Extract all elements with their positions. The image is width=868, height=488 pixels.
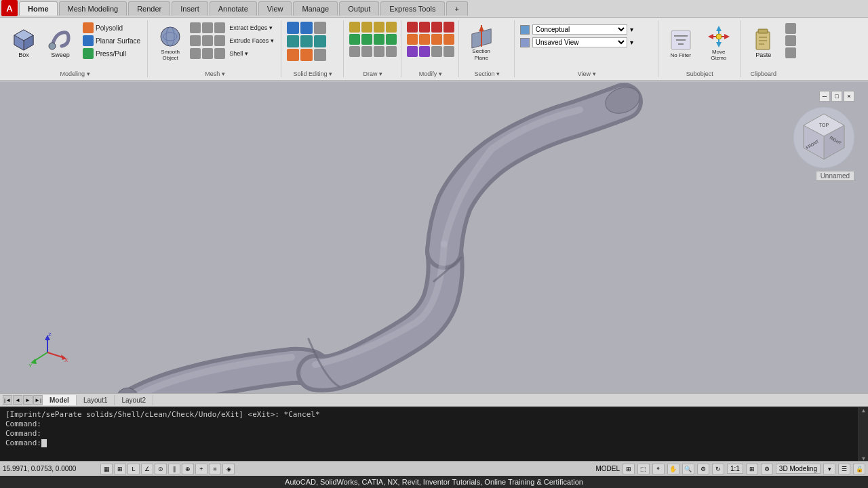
cmd-line-3: Command:: [5, 429, 863, 438]
draw-icon-9: [349, 46, 360, 57]
paste-button[interactable]: Paste: [746, 22, 781, 64]
press-pull-label: Press/Pull: [96, 50, 126, 58]
mesh-icon-3: [214, 22, 225, 33]
tab-model[interactable]: Model: [43, 395, 77, 405]
status-icon-snap[interactable]: ⊞: [114, 464, 126, 474]
svg-point-4: [49, 43, 56, 49]
cmd-cursor: [41, 439, 47, 447]
zoom-icon[interactable]: 🔍: [682, 464, 694, 474]
cmd-input-line: Command:: [5, 439, 863, 447]
tab-nav-next[interactable]: ►: [23, 395, 33, 405]
mesh-icon-7: [190, 48, 201, 59]
tab-add[interactable]: +: [446, 1, 468, 16]
mesh-icon-9: [214, 48, 225, 59]
status-icon-dyn[interactable]: +: [195, 464, 208, 474]
modify-icon-4: [443, 22, 454, 33]
settings-icon[interactable]: ⚙: [761, 464, 773, 474]
viewport-close-button[interactable]: ×: [844, 91, 854, 102]
draw-icon-1: [349, 22, 360, 33]
shell-button[interactable]: Shell ▾: [226, 47, 251, 60]
saved-view-row: Unsaved View ▾: [520, 37, 633, 47]
tab-home[interactable]: Home: [19, 1, 58, 16]
svg-point-21: [716, 34, 722, 39]
modeling-sub-col: Polysolid Planar Surface Press/Pull: [80, 22, 143, 60]
tab-output[interactable]: Output: [339, 1, 379, 16]
viewport-restore-button[interactable]: □: [831, 91, 842, 102]
polysolid-icon: [83, 22, 94, 33]
planar-surface-label: Planar Surface: [96, 37, 140, 45]
clip-icon-3: [785, 47, 796, 58]
pan-icon[interactable]: ✋: [667, 464, 679, 474]
box-button[interactable]: Box: [7, 22, 41, 64]
status-icon-grid[interactable]: ▦: [100, 464, 113, 474]
tab-annotate[interactable]: Annotate: [210, 1, 257, 16]
cmd-scroll-up[interactable]: ▲: [862, 407, 865, 413]
tab-express-tools[interactable]: Express Tools: [380, 1, 444, 16]
tab-render[interactable]: Render: [128, 1, 170, 16]
saved-view-dropdown[interactable]: Unsaved View: [532, 37, 627, 47]
no-filter-button[interactable]: No Filter: [664, 22, 698, 64]
model-icon-2[interactable]: ⬚: [637, 464, 650, 474]
solid-icon-7: [287, 49, 299, 61]
nav-cube[interactable]: TOP RIGHT FRONT: [793, 107, 854, 168]
viewport-name-label[interactable]: Unnamed: [816, 171, 854, 181]
mesh-group-top: SmoothObject Extract Edges ▾ Extrude Fac…: [153, 22, 277, 69]
svg-marker-19: [708, 34, 713, 39]
lock-icon[interactable]: 🔒: [853, 464, 865, 474]
clip-icon-2: [785, 35, 796, 46]
extract-edges-button[interactable]: Extract Edges ▾: [226, 22, 275, 34]
model-icon-1[interactable]: ⊞: [623, 464, 635, 474]
tab-layout2[interactable]: Layout2: [115, 395, 153, 405]
sweep-button[interactable]: Sweep: [43, 22, 77, 64]
mesh-icon-1: [190, 22, 201, 33]
status-icon-ortho[interactable]: L: [127, 464, 140, 474]
status-icon-ducs[interactable]: ⊕: [182, 464, 194, 474]
draw-icon-5: [349, 34, 360, 45]
move-gizmo-button[interactable]: Move Gizmo: [702, 22, 736, 64]
wheel-icon[interactable]: ⚙: [697, 464, 709, 474]
tab-insert[interactable]: Insert: [172, 1, 208, 16]
smooth-object-button[interactable]: SmoothObject: [153, 22, 187, 64]
status-icon-lw[interactable]: ≡: [209, 464, 221, 474]
cmd-scrollbar[interactable]: ▲ ▼: [859, 407, 868, 462]
status-icon-tpm[interactable]: ◈: [222, 464, 235, 474]
status-icon-polar[interactable]: ∠: [141, 464, 153, 474]
tab-mesh-modeling[interactable]: Mesh Modeling: [59, 1, 127, 16]
mesh-icon-4: [190, 35, 201, 46]
viewport[interactable]: ─ □ × TOP RIGHT FRONT Unnamed: [0, 81, 868, 393]
press-pull-button[interactable]: Press/Pull: [80, 47, 143, 60]
status-last-icon[interactable]: ☰: [838, 464, 850, 474]
mesh-group: SmoothObject Extract Edges ▾ Extrude Fac…: [149, 20, 281, 77]
viewport-minimize-button[interactable]: ─: [819, 91, 830, 102]
model-label: MODEL: [595, 465, 620, 472]
tab-view[interactable]: View: [258, 1, 292, 16]
extrude-faces-button[interactable]: Extrude Faces ▾: [226, 35, 277, 47]
clip-icon-1: [785, 23, 796, 34]
planar-surface-button[interactable]: Planar Surface: [80, 35, 143, 47]
tab-layout1[interactable]: Layout1: [77, 395, 115, 405]
visual-style-arrow[interactable]: ▾: [630, 26, 633, 33]
workspace-label[interactable]: 3D Modeling: [776, 464, 821, 474]
scale-label[interactable]: 1:1: [727, 464, 743, 474]
draw-icons-col: [349, 22, 397, 57]
tab-nav-first[interactable]: |◄: [3, 395, 12, 405]
section-plane-button[interactable]: SectionPlane: [465, 22, 498, 64]
workspace-settings-icon[interactable]: ▾: [823, 464, 835, 474]
scale-icon[interactable]: ⊞: [746, 464, 758, 474]
section-top: SectionPlane: [465, 22, 510, 69]
view-group-top: Conceptual Realistic Shaded Wireframe ▾ …: [520, 22, 654, 69]
draw-icon-7: [374, 34, 384, 45]
tab-manage[interactable]: Manage: [293, 1, 338, 16]
app-logo[interactable]: A: [1, 0, 18, 16]
tab-nav-last[interactable]: ►|: [33, 395, 43, 405]
status-icon-osnap[interactable]: ⊙: [155, 464, 167, 474]
smooth-object-label: SmoothObject: [161, 49, 180, 61]
tab-nav-prev[interactable]: ◄: [13, 395, 22, 405]
status-icon-otrack[interactable]: ∥: [168, 464, 180, 474]
viewport-icon[interactable]: ⌖: [652, 464, 665, 474]
polysolid-button[interactable]: Polysolid: [80, 22, 143, 34]
orbit-icon[interactable]: ↻: [712, 464, 724, 474]
visual-style-dropdown[interactable]: Conceptual Realistic Shaded Wireframe: [532, 24, 627, 35]
saved-view-arrow[interactable]: ▾: [630, 39, 633, 46]
draw-icon-4: [386, 22, 397, 33]
